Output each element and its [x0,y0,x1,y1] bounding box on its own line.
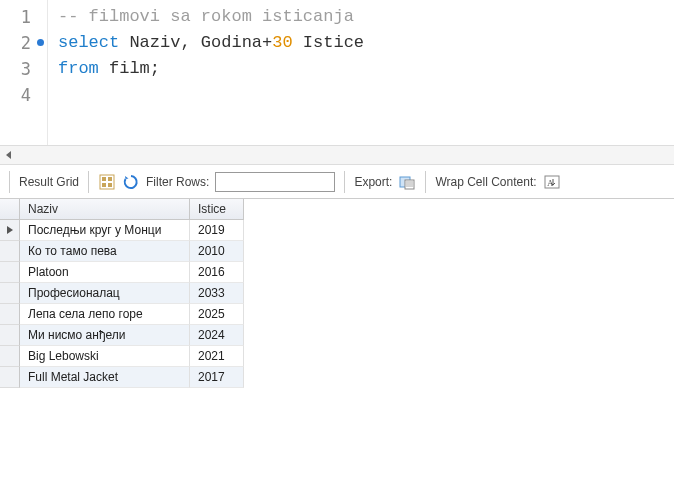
grid-cell[interactable]: Лепа села лепо горе [20,304,190,325]
row-header[interactable] [0,241,20,262]
row-header[interactable] [0,283,20,304]
code-line[interactable]: -- filmovi sa rokom isticanja [58,4,364,30]
current-row-pointer-icon [7,226,13,234]
row-header[interactable] [0,304,20,325]
code-line[interactable] [58,82,364,108]
grid-cell[interactable]: 2021 [190,346,244,367]
gutter-line: 3 [0,56,47,82]
scroll-left-arrow-icon[interactable] [0,146,18,164]
result-grid[interactable]: NazivПоследњи круг у МонциКо то тамо пев… [0,199,674,388]
filter-rows-label: Filter Rows: [146,175,209,189]
grid-cell[interactable]: 2019 [190,220,244,241]
grid-cell[interactable]: Последњи круг у Монци [20,220,190,241]
svg-rect-1 [102,177,106,181]
grid-cell[interactable]: Big Lebowski [20,346,190,367]
refresh-icon[interactable] [122,173,140,191]
row-header[interactable] [0,367,20,388]
toolbar-separator [344,171,345,193]
grid-cell[interactable]: Професионалац [20,283,190,304]
row-header-column [0,199,20,388]
grid-cell[interactable]: 2033 [190,283,244,304]
row-header[interactable] [0,220,20,241]
svg-rect-4 [108,183,112,187]
gutter-line: 2 [0,30,47,56]
execute-marker-icon [37,39,44,46]
row-header[interactable] [0,262,20,283]
column-header[interactable]: Naziv [20,199,190,220]
grid-column: Istice20192010201620332025202420212017 [190,199,244,388]
grid-cell[interactable]: 2024 [190,325,244,346]
toolbar-separator [425,171,426,193]
export-label: Export: [354,175,392,189]
grid-column: NazivПоследњи круг у МонциКо то тамо пев… [20,199,190,388]
grid-cell[interactable]: Ко то тамо пева [20,241,190,262]
row-header[interactable] [0,346,20,367]
code-line[interactable]: from film; [58,56,364,82]
sql-editor[interactable]: 1234 -- filmovi sa rokom isticanjaselect… [0,0,674,145]
export-icon[interactable] [398,173,416,191]
toolbar-separator [88,171,89,193]
grid-cell[interactable]: Full Metal Jacket [20,367,190,388]
svg-rect-2 [108,177,112,181]
grid-corner [0,199,20,220]
grid-cell[interactable]: 2016 [190,262,244,283]
results-toolbar: Result Grid Filter Rows: Export: Wrap Ce… [0,165,674,199]
grid-cell[interactable]: Platoon [20,262,190,283]
editor-gutter: 1234 [0,0,48,145]
wrap-cell-label: Wrap Cell Content: [435,175,536,189]
gutter-line: 4 [0,82,47,108]
grid-cell[interactable]: 2017 [190,367,244,388]
grid-cell[interactable]: Ми нисмо анђели [20,325,190,346]
column-header[interactable]: Istice [190,199,244,220]
result-grid-label: Result Grid [19,175,79,189]
svg-rect-3 [102,183,106,187]
grid-cell[interactable]: 2025 [190,304,244,325]
toolbar-separator [9,171,10,193]
wrap-cell-icon[interactable]: A [543,173,561,191]
row-header[interactable] [0,325,20,346]
grid-view-icon[interactable] [98,173,116,191]
grid-cell[interactable]: 2010 [190,241,244,262]
filter-rows-input[interactable] [215,172,335,192]
editor-horizontal-scrollbar[interactable] [0,145,674,165]
editor-code[interactable]: -- filmovi sa rokom isticanjaselect Nazi… [48,0,364,145]
gutter-line: 1 [0,4,47,30]
code-line[interactable]: select Naziv, Godina+30 Istice [58,30,364,56]
